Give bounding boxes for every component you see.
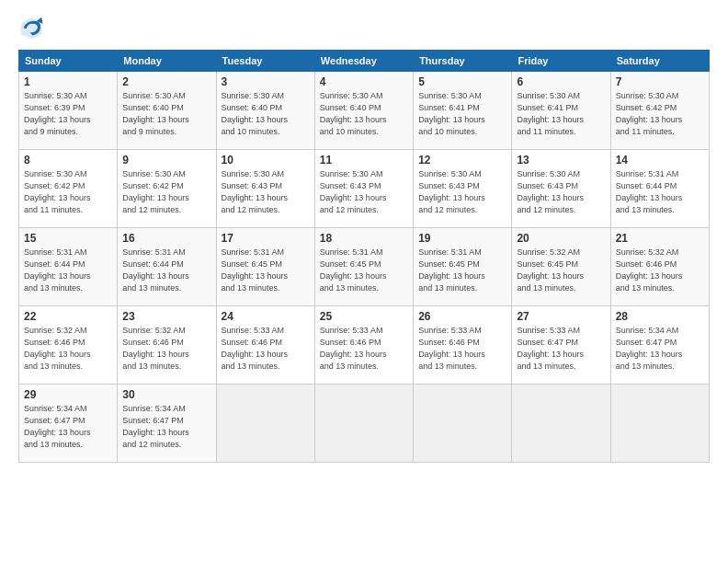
calendar-cell: 27Sunrise: 5:33 AM Sunset: 6:47 PM Dayli… bbox=[512, 306, 610, 385]
day-info: Sunrise: 5:30 AM Sunset: 6:39 PM Dayligh… bbox=[24, 90, 112, 138]
calendar-cell bbox=[610, 385, 709, 463]
day-info: Sunrise: 5:31 AM Sunset: 6:44 PM Dayligh… bbox=[122, 247, 210, 294]
day-info: Sunrise: 5:30 AM Sunset: 6:42 PM Dayligh… bbox=[616, 90, 704, 138]
calendar-cell: 30Sunrise: 5:34 AM Sunset: 6:47 PM Dayli… bbox=[118, 385, 216, 463]
calendar-cell: 6Sunrise: 5:30 AM Sunset: 6:41 PM Daylig… bbox=[512, 72, 610, 150]
day-number: 26 bbox=[418, 310, 506, 323]
day-number: 4 bbox=[320, 75, 408, 88]
calendar-header-row: SundayMondayTuesdayWednesdayThursdayFrid… bbox=[19, 51, 710, 72]
day-number: 9 bbox=[122, 154, 210, 167]
calendar-cell: 25Sunrise: 5:33 AM Sunset: 6:46 PM Dayli… bbox=[314, 306, 413, 385]
day-header-friday: Friday bbox=[512, 51, 610, 72]
calendar-week-row: 29Sunrise: 5:34 AM Sunset: 6:47 PM Dayli… bbox=[19, 385, 710, 463]
day-header-monday: Monday bbox=[118, 51, 216, 72]
calendar-cell: 8Sunrise: 5:30 AM Sunset: 6:42 PM Daylig… bbox=[19, 150, 118, 228]
calendar-cell: 7Sunrise: 5:30 AM Sunset: 6:42 PM Daylig… bbox=[610, 72, 709, 150]
day-number: 2 bbox=[122, 75, 210, 88]
day-header-thursday: Thursday bbox=[414, 51, 512, 72]
calendar-cell: 21Sunrise: 5:32 AM Sunset: 6:46 PM Dayli… bbox=[610, 228, 709, 306]
calendar-cell: 1Sunrise: 5:30 AM Sunset: 6:39 PM Daylig… bbox=[19, 72, 118, 150]
day-header-sunday: Sunday bbox=[19, 51, 118, 72]
day-number: 30 bbox=[122, 388, 210, 401]
day-number: 23 bbox=[122, 310, 210, 323]
day-info: Sunrise: 5:30 AM Sunset: 6:41 PM Dayligh… bbox=[418, 90, 506, 138]
calendar-cell: 24Sunrise: 5:33 AM Sunset: 6:46 PM Dayli… bbox=[216, 306, 314, 385]
calendar-cell: 4Sunrise: 5:30 AM Sunset: 6:40 PM Daylig… bbox=[314, 72, 413, 150]
calendar-cell: 18Sunrise: 5:31 AM Sunset: 6:45 PM Dayli… bbox=[314, 228, 413, 306]
day-info: Sunrise: 5:30 AM Sunset: 6:40 PM Dayligh… bbox=[222, 90, 310, 138]
day-number: 7 bbox=[616, 75, 704, 88]
calendar-week-row: 1Sunrise: 5:30 AM Sunset: 6:39 PM Daylig… bbox=[19, 72, 710, 150]
calendar-week-row: 8Sunrise: 5:30 AM Sunset: 6:42 PM Daylig… bbox=[19, 150, 710, 228]
day-info: Sunrise: 5:31 AM Sunset: 6:44 PM Dayligh… bbox=[24, 247, 112, 294]
day-info: Sunrise: 5:31 AM Sunset: 6:44 PM Dayligh… bbox=[616, 168, 704, 216]
day-info: Sunrise: 5:30 AM Sunset: 6:42 PM Dayligh… bbox=[122, 168, 210, 216]
day-number: 14 bbox=[616, 154, 704, 167]
day-number: 5 bbox=[418, 75, 506, 88]
day-info: Sunrise: 5:34 AM Sunset: 6:47 PM Dayligh… bbox=[24, 403, 112, 451]
calendar-cell: 5Sunrise: 5:30 AM Sunset: 6:41 PM Daylig… bbox=[414, 72, 512, 150]
calendar-cell bbox=[512, 385, 610, 463]
day-header-tuesday: Tuesday bbox=[216, 51, 314, 72]
day-number: 22 bbox=[24, 310, 112, 323]
calendar-cell: 11Sunrise: 5:30 AM Sunset: 6:43 PM Dayli… bbox=[314, 150, 413, 228]
calendar-cell: 16Sunrise: 5:31 AM Sunset: 6:44 PM Dayli… bbox=[118, 228, 216, 306]
day-number: 1 bbox=[24, 75, 112, 88]
calendar-cell: 22Sunrise: 5:32 AM Sunset: 6:46 PM Dayli… bbox=[19, 306, 118, 385]
day-header-saturday: Saturday bbox=[610, 51, 709, 72]
day-number: 24 bbox=[222, 310, 310, 323]
calendar-cell bbox=[414, 385, 512, 463]
calendar-cell: 26Sunrise: 5:33 AM Sunset: 6:46 PM Dayli… bbox=[414, 306, 512, 385]
page: SundayMondayTuesdayWednesdayThursdayFrid… bbox=[0, 0, 728, 563]
logo bbox=[18, 15, 48, 40]
calendar-cell: 10Sunrise: 5:30 AM Sunset: 6:43 PM Dayli… bbox=[216, 150, 314, 228]
day-info: Sunrise: 5:30 AM Sunset: 6:42 PM Dayligh… bbox=[24, 168, 112, 216]
header bbox=[18, 15, 710, 40]
day-info: Sunrise: 5:31 AM Sunset: 6:45 PM Dayligh… bbox=[418, 247, 506, 294]
calendar-cell bbox=[314, 385, 413, 463]
day-info: Sunrise: 5:33 AM Sunset: 6:46 PM Dayligh… bbox=[320, 325, 408, 373]
day-number: 12 bbox=[418, 154, 506, 167]
day-info: Sunrise: 5:30 AM Sunset: 6:40 PM Dayligh… bbox=[320, 90, 408, 138]
day-number: 29 bbox=[24, 388, 112, 401]
day-info: Sunrise: 5:30 AM Sunset: 6:43 PM Dayligh… bbox=[418, 168, 506, 216]
calendar-cell: 17Sunrise: 5:31 AM Sunset: 6:45 PM Dayli… bbox=[216, 228, 314, 306]
day-info: Sunrise: 5:32 AM Sunset: 6:46 PM Dayligh… bbox=[122, 325, 210, 373]
day-number: 13 bbox=[517, 154, 605, 167]
calendar-week-row: 22Sunrise: 5:32 AM Sunset: 6:46 PM Dayli… bbox=[19, 306, 710, 385]
day-info: Sunrise: 5:30 AM Sunset: 6:41 PM Dayligh… bbox=[517, 90, 605, 138]
day-info: Sunrise: 5:32 AM Sunset: 6:46 PM Dayligh… bbox=[616, 247, 704, 294]
day-number: 8 bbox=[24, 154, 112, 167]
day-info: Sunrise: 5:31 AM Sunset: 6:45 PM Dayligh… bbox=[320, 247, 408, 294]
day-info: Sunrise: 5:33 AM Sunset: 6:46 PM Dayligh… bbox=[418, 325, 506, 373]
day-number: 18 bbox=[320, 232, 408, 245]
day-number: 10 bbox=[222, 154, 310, 167]
calendar-cell: 3Sunrise: 5:30 AM Sunset: 6:40 PM Daylig… bbox=[216, 72, 314, 150]
day-number: 27 bbox=[517, 310, 605, 323]
day-number: 20 bbox=[517, 232, 605, 245]
day-header-wednesday: Wednesday bbox=[314, 51, 413, 72]
calendar-cell: 19Sunrise: 5:31 AM Sunset: 6:45 PM Dayli… bbox=[414, 228, 512, 306]
calendar-cell bbox=[216, 385, 314, 463]
calendar-table: SundayMondayTuesdayWednesdayThursdayFrid… bbox=[18, 50, 710, 463]
day-info: Sunrise: 5:33 AM Sunset: 6:46 PM Dayligh… bbox=[222, 325, 310, 373]
day-info: Sunrise: 5:32 AM Sunset: 6:46 PM Dayligh… bbox=[24, 325, 112, 373]
day-info: Sunrise: 5:30 AM Sunset: 6:43 PM Dayligh… bbox=[320, 168, 408, 216]
day-number: 3 bbox=[222, 75, 310, 88]
calendar-cell: 14Sunrise: 5:31 AM Sunset: 6:44 PM Dayli… bbox=[610, 150, 709, 228]
day-info: Sunrise: 5:34 AM Sunset: 6:47 PM Dayligh… bbox=[616, 325, 704, 373]
day-number: 11 bbox=[320, 154, 408, 167]
calendar-cell: 9Sunrise: 5:30 AM Sunset: 6:42 PM Daylig… bbox=[118, 150, 216, 228]
day-info: Sunrise: 5:33 AM Sunset: 6:47 PM Dayligh… bbox=[517, 325, 605, 373]
day-number: 28 bbox=[616, 310, 704, 323]
day-number: 21 bbox=[616, 232, 704, 245]
day-info: Sunrise: 5:30 AM Sunset: 6:43 PM Dayligh… bbox=[222, 168, 310, 216]
day-number: 6 bbox=[517, 75, 605, 88]
day-info: Sunrise: 5:32 AM Sunset: 6:45 PM Dayligh… bbox=[517, 247, 605, 294]
day-number: 15 bbox=[24, 232, 112, 245]
calendar-cell: 12Sunrise: 5:30 AM Sunset: 6:43 PM Dayli… bbox=[414, 150, 512, 228]
calendar-cell: 15Sunrise: 5:31 AM Sunset: 6:44 PM Dayli… bbox=[19, 228, 118, 306]
calendar-cell: 13Sunrise: 5:30 AM Sunset: 6:43 PM Dayli… bbox=[512, 150, 610, 228]
day-info: Sunrise: 5:30 AM Sunset: 6:43 PM Dayligh… bbox=[517, 168, 605, 216]
calendar-cell: 20Sunrise: 5:32 AM Sunset: 6:45 PM Dayli… bbox=[512, 228, 610, 306]
